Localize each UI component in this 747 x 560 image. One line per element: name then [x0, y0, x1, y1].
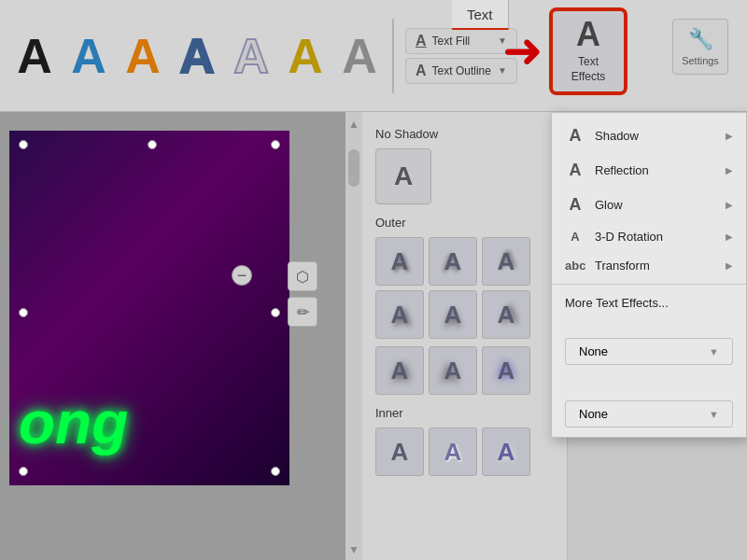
- text-effects-icon: A: [576, 18, 600, 51]
- font-style-black[interactable]: A: [7, 14, 62, 98]
- font-style-light-outline[interactable]: A: [224, 14, 278, 98]
- menu-divider: [552, 284, 746, 285]
- outer-shadow-grid: A A A A A A: [362, 233, 567, 343]
- toolbar-divider: [392, 19, 394, 93]
- handle-dot[interactable]: [19, 140, 28, 149]
- none-label-1: None: [579, 344, 608, 358]
- canvas-inner: ong −: [9, 131, 289, 485]
- canvas-area: ong − ⬡ ✏: [0, 112, 345, 560]
- menu-item-3d-rotation[interactable]: A 3-D Rotation ▶: [552, 222, 746, 251]
- minus-handle[interactable]: −: [232, 265, 252, 286]
- font-style-blue[interactable]: A: [62, 14, 116, 98]
- menu-item-shadow[interactable]: A Shadow ▶: [552, 119, 746, 153]
- edit-tool-button[interactable]: ✏: [288, 297, 317, 327]
- glow-menu-icon: A: [565, 195, 585, 215]
- transform-menu-label: Transform: [595, 259, 716, 273]
- none-dropdown-1[interactable]: None ▼: [565, 338, 733, 365]
- 3d-rotation-menu-icon: A: [565, 230, 585, 244]
- toolbar: A A A A A A A A Text Fill ▼ A Text Outli…: [0, 0, 747, 112]
- reflection-menu-label: Reflection: [595, 163, 716, 177]
- none-dropdown-2[interactable]: None ▼: [565, 400, 733, 427]
- none-label-2: None: [579, 407, 608, 421]
- text-outline-label: Text Outline: [432, 64, 491, 77]
- text-effects-label: TextEffects: [571, 55, 605, 84]
- settings-button[interactable]: 🔧 Settings: [672, 19, 728, 75]
- none-dropdown-2-chevron: ▼: [709, 409, 719, 420]
- scroll-down-arrow[interactable]: ▼: [348, 543, 359, 556]
- glow-menu-label: Glow: [595, 198, 716, 212]
- shadow-cell-7[interactable]: A: [375, 346, 424, 395]
- shadow-cell-1[interactable]: A: [375, 237, 424, 286]
- main-area: ong − ⬡ ✏ ▲ ▼ No Shadow A Outer: [0, 112, 747, 560]
- menu-item-reflection[interactable]: A Reflection ▶: [552, 153, 746, 188]
- handle-dot[interactable]: [271, 467, 280, 476]
- shadow-menu-icon: A: [565, 126, 585, 146]
- no-shadow-title: No Shadow: [362, 121, 567, 145]
- shadow-cell-9[interactable]: A: [482, 346, 530, 395]
- glow-chevron-icon: ▶: [726, 200, 733, 210]
- inner-shadow-cell-1[interactable]: A: [375, 427, 424, 476]
- handle-dot[interactable]: [148, 140, 157, 149]
- menu-item-transform[interactable]: abc Transform ▶: [552, 251, 746, 280]
- toolbar-right-buttons: A Text Fill ▼ A Text Outline ▼: [405, 28, 517, 84]
- font-style-orange[interactable]: A: [116, 14, 170, 98]
- shadow-cell-8[interactable]: A: [429, 346, 477, 395]
- text-tab[interactable]: Text: [452, 0, 509, 30]
- shadow-menu-label: Shadow: [595, 129, 716, 143]
- shadow-panel: No Shadow A Outer A A A A A A A A A Inne…: [362, 112, 568, 560]
- 3d-rotation-chevron-icon: ▶: [726, 231, 733, 242]
- shadow-cell-6[interactable]: A: [482, 290, 530, 339]
- settings-label: Settings: [682, 55, 719, 66]
- text-fill-label: Text Fill: [432, 35, 471, 48]
- outer-label: Outer: [362, 208, 567, 233]
- scroll-up-arrow[interactable]: ▲: [348, 118, 359, 131]
- scrollbar[interactable]: ▲ ▼: [345, 112, 362, 560]
- reflection-menu-icon: A: [565, 161, 585, 180]
- transform-menu-icon: abc: [565, 259, 585, 273]
- red-arrow: ➜: [502, 26, 543, 75]
- outer-shadow-grid-2: A A A: [362, 343, 567, 399]
- 3d-rotation-menu-label: 3-D Rotation: [595, 230, 716, 244]
- shadow-cell-3[interactable]: A: [482, 237, 530, 286]
- settings-icon: 🔧: [688, 27, 713, 51]
- no-shadow-preview[interactable]: A: [375, 148, 431, 204]
- shadow-cell-2[interactable]: A: [429, 237, 477, 286]
- inner-label: Inner: [362, 399, 567, 424]
- font-style-outline[interactable]: A: [170, 14, 224, 98]
- inner-shadow-cell-3[interactable]: A: [482, 427, 530, 476]
- reflection-chevron-icon: ▶: [726, 165, 733, 175]
- text-outline-icon: A: [416, 63, 427, 79]
- menu-item-more-effects[interactable]: More Text Effects...: [552, 288, 746, 317]
- more-effects-label: More Text Effects...: [565, 296, 733, 310]
- handle-dot[interactable]: [19, 467, 28, 476]
- text-effects-button[interactable]: A TextEffects: [551, 9, 626, 93]
- font-style-gold[interactable]: A: [278, 14, 332, 98]
- handle-dot[interactable]: [19, 308, 28, 317]
- dropdown-menu: A Shadow ▶ A Reflection ▶ A Glow ▶ A 3-D…: [551, 112, 747, 438]
- font-style-gray[interactable]: A: [332, 14, 387, 98]
- inner-shadow-grid: A A A: [362, 424, 567, 480]
- shadow-chevron-icon: ▶: [726, 131, 733, 141]
- transform-chevron-icon: ▶: [726, 260, 733, 271]
- shadow-cell-4[interactable]: A: [375, 290, 424, 339]
- shadow-cell-5[interactable]: A: [429, 290, 477, 339]
- text-fill-icon: A: [416, 33, 427, 49]
- neon-text: ong: [19, 388, 128, 457]
- scroll-thumb[interactable]: [348, 149, 359, 187]
- text-outline-button[interactable]: A Text Outline ▼: [405, 58, 517, 84]
- inner-shadow-cell-2[interactable]: A: [429, 427, 477, 476]
- none-dropdown-1-chevron: ▼: [709, 346, 719, 357]
- menu-item-glow[interactable]: A Glow ▶: [552, 188, 746, 222]
- layers-tool-button[interactable]: ⬡: [288, 261, 317, 291]
- canvas-tools: ⬡ ✏: [288, 261, 317, 327]
- text-tab-label: Text: [467, 7, 493, 22]
- handle-dot[interactable]: [271, 140, 280, 149]
- handle-dot[interactable]: [271, 308, 280, 317]
- text-fill-button[interactable]: A Text Fill ▼: [405, 28, 517, 54]
